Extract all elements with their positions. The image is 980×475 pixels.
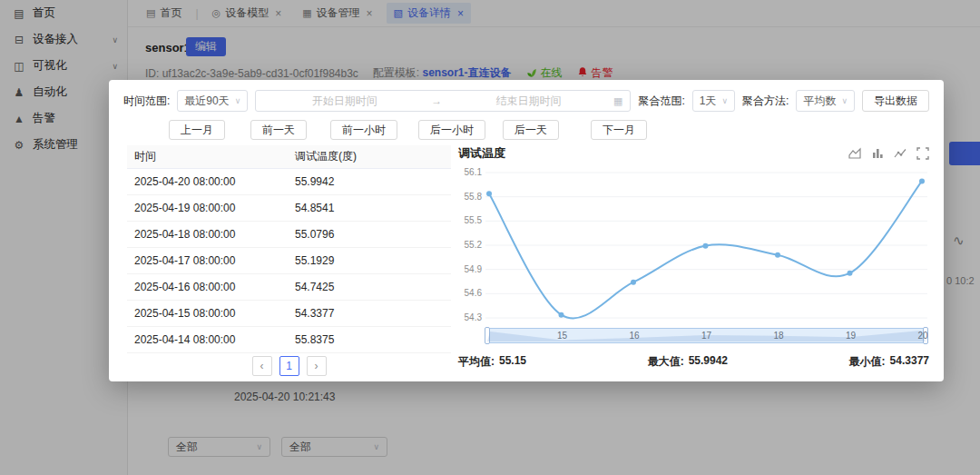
y-tick-label: 55.8 (465, 192, 482, 202)
max-label: 最大值: (648, 354, 684, 370)
nav-button-6[interactable]: 下一月 (591, 120, 647, 140)
y-tick-label: 54.9 (465, 264, 482, 274)
calendar-icon: ▦ (613, 95, 622, 107)
app-window: ▤首页⊟设备接入∨◫可视化∨♟自动化∨▲告警∨⚙系统管理∨ ‹ ▤首页|◎设备模… (0, 0, 980, 475)
prev-page-button[interactable]: ‹ (252, 356, 272, 376)
history-table: 时间 调试温度(度) 2025-04-20 08:00:0055.9942202… (127, 145, 451, 353)
table-row[interactable]: 2025-04-14 08:00:0055.8375 (127, 327, 451, 353)
y-tick-label: 56.1 (465, 167, 482, 177)
x-tick-label: 17 (701, 331, 711, 341)
history-data-modal: 时间范围: 最近90天 ∨ 开始日期时间 → 结束日期时间 ▦ 聚合范围: 1天… (109, 80, 944, 381)
cell-time: 2025-04-16 08:00:00 (127, 281, 295, 293)
agg-range-select[interactable]: 1天 ∨ (692, 90, 735, 112)
chart-header: 调试温度 (458, 143, 929, 163)
agg-method-label: 聚合方法: (742, 94, 789, 109)
col-header-time: 时间 (127, 149, 295, 164)
table-row[interactable]: 2025-04-16 08:00:0054.7425 (127, 274, 451, 301)
min-value: 54.3377 (890, 354, 929, 370)
pagination: ‹ 1 › (127, 356, 451, 376)
y-tick-label: 54.6 (465, 288, 482, 298)
data-point[interactable] (559, 312, 564, 318)
area-chart-icon[interactable] (848, 147, 861, 160)
cell-temperature: 55.9942 (295, 175, 451, 188)
agg-range-label: 聚合范围: (638, 94, 684, 109)
date-range-picker[interactable]: 开始日期时间 → 结束日期时间 ▦ (255, 90, 631, 112)
x-tick-label: 19 (846, 331, 856, 341)
line-chart-icon[interactable] (894, 147, 906, 160)
chevron-down-icon: ∨ (841, 96, 848, 105)
table-row[interactable]: 2025-04-18 08:00:0055.0796 (127, 222, 451, 248)
nav-button-5[interactable]: 后一天 (503, 120, 559, 140)
agg-method-value: 平均数 (803, 94, 836, 109)
y-tick-label: 55.2 (465, 240, 482, 250)
max-value: 55.9942 (689, 354, 728, 370)
nav-button-3[interactable]: 前一小时 (330, 120, 397, 140)
data-point[interactable] (631, 280, 636, 285)
time-range-label: 时间范围: (123, 94, 170, 109)
chevron-down-icon: ∨ (721, 96, 728, 105)
cell-time: 2025-04-19 08:00:00 (127, 202, 295, 214)
start-date-placeholder: 开始日期时间 (263, 94, 426, 109)
history-table-body: 2025-04-20 08:00:0055.99422025-04-19 08:… (127, 169, 451, 353)
avg-label: 平均值: (458, 354, 495, 370)
y-tick-label: 55.5 (465, 215, 482, 225)
table-row[interactable]: 2025-04-20 08:00:0055.9942 (127, 169, 451, 195)
zoom-brush[interactable]: 151617181920 (485, 328, 927, 343)
fullscreen-icon[interactable] (916, 147, 929, 160)
min-label: 最小值: (849, 354, 886, 370)
bar-chart-icon[interactable] (871, 147, 884, 160)
nav-button-1[interactable]: 上一月 (169, 120, 225, 140)
cell-temperature: 55.8375 (295, 333, 451, 346)
cell-temperature: 54.8541 (295, 202, 451, 214)
data-point[interactable] (703, 243, 709, 249)
time-range-select[interactable]: 最近90天 ∨ (177, 90, 248, 112)
filter-row: 时间范围: 最近90天 ∨ 开始日期时间 → 结束日期时间 ▦ 聚合范围: 1天… (123, 89, 929, 113)
cell-temperature: 54.7425 (295, 281, 451, 293)
avg-stat: 平均值: 55.15 (458, 354, 526, 370)
cell-temperature: 55.0796 (295, 228, 451, 241)
min-stat: 最小值: 54.3377 (849, 354, 929, 370)
table-row[interactable]: 2025-04-17 08:00:0055.1929 (127, 248, 451, 274)
y-axis-labels: 54.354.654.955.255.555.856.1 (458, 143, 482, 351)
end-date-placeholder: 结束日期时间 (447, 94, 610, 109)
nav-button-2[interactable]: 前一天 (250, 120, 307, 140)
cell-temperature: 55.1929 (295, 254, 451, 267)
table-row[interactable]: 2025-04-15 08:00:0054.3377 (127, 301, 451, 327)
table-row[interactable]: 2025-04-19 08:00:0054.8541 (127, 195, 451, 222)
current-page-button[interactable]: 1 (279, 356, 299, 376)
temperature-chart (485, 169, 927, 322)
stats-row: 平均值: 55.15 最大值: 55.9942 最小值: 54.3377 (458, 354, 929, 370)
cell-time: 2025-04-14 08:00:00 (127, 333, 295, 346)
cell-time: 2025-04-20 08:00:00 (127, 175, 295, 188)
chart-toolbox (848, 147, 929, 160)
x-tick-label: 18 (773, 331, 783, 341)
time-range-value: 最近90天 (184, 94, 229, 109)
nav-button-row: 上一月前一天前一小时后一小时后一天下一月 (123, 120, 777, 140)
data-point[interactable] (919, 178, 925, 183)
x-tick-label: 20 (917, 331, 927, 341)
data-point[interactable] (775, 252, 780, 258)
x-tick-label: 15 (557, 331, 567, 341)
avg-value: 55.15 (499, 354, 526, 370)
agg-method-select[interactable]: 平均数 ∨ (796, 90, 855, 112)
y-tick-label: 54.3 (465, 312, 482, 322)
data-point[interactable] (848, 271, 853, 276)
temperature-line (489, 181, 922, 318)
chart-panel: 调试温度 54.354.654.955.255.555.856.1 151617… (458, 143, 929, 351)
chart-plot (485, 169, 927, 322)
table-header: 时间 调试温度(度) (127, 145, 451, 169)
col-header-temperature: 调试温度(度) (295, 149, 451, 164)
nav-button-4[interactable]: 后一小时 (418, 120, 485, 140)
range-arrow-icon: → (426, 94, 447, 107)
cell-time: 2025-04-17 08:00:00 (127, 254, 295, 267)
chevron-down-icon: ∨ (235, 96, 241, 105)
data-point[interactable] (486, 191, 492, 196)
next-page-button[interactable]: › (307, 356, 327, 376)
export-data-button[interactable]: 导出数据 (862, 90, 929, 112)
max-stat: 最大值: 55.9942 (648, 354, 728, 370)
agg-range-value: 1天 (700, 94, 717, 109)
cell-time: 2025-04-15 08:00:00 (127, 307, 295, 320)
cell-temperature: 54.3377 (295, 307, 451, 320)
cell-time: 2025-04-18 08:00:00 (127, 228, 295, 241)
x-tick-label: 16 (629, 331, 639, 341)
